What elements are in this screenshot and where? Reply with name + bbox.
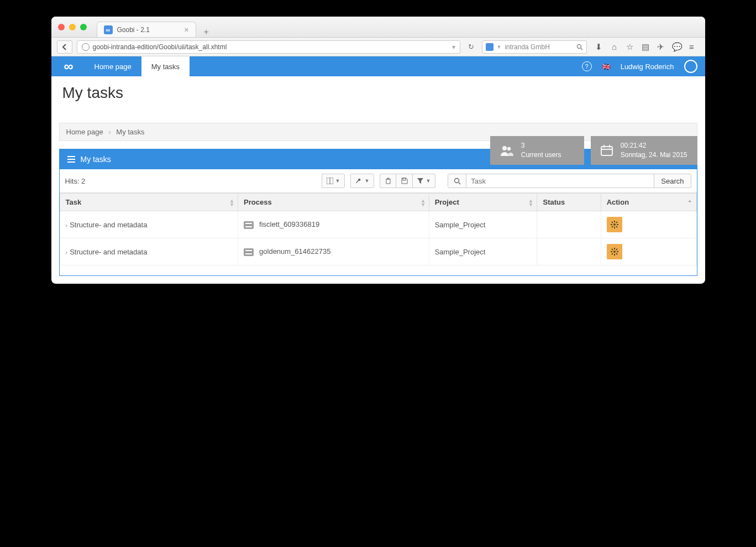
back-button[interactable] xyxy=(57,40,72,54)
action-gear-button[interactable] xyxy=(607,217,622,232)
svg-rect-13 xyxy=(403,178,406,180)
send-icon[interactable]: ✈ xyxy=(657,42,665,52)
download-icon[interactable]: ⬇ xyxy=(595,42,603,52)
save-icon xyxy=(401,178,408,184)
tools-button[interactable]: ▼ xyxy=(350,174,374,188)
new-tab-button[interactable]: + xyxy=(201,27,212,37)
filter-icon xyxy=(417,178,423,184)
help-icon[interactable]: ? xyxy=(582,61,592,71)
columns-button-group: ▼ xyxy=(322,174,345,188)
breadcrumb-current: My tasks xyxy=(116,128,144,136)
nav-mytasks[interactable]: My tasks xyxy=(141,56,190,76)
col-status[interactable]: Status xyxy=(537,194,601,211)
browser-action-icons: ⬇ ⌂ ☆ ▤ ✈ 💬 ≡ xyxy=(591,42,700,52)
chat-icon[interactable]: 💬 xyxy=(672,42,681,52)
user-name[interactable]: Ludwig Roderich xyxy=(621,62,674,71)
cell-process[interactable]: goldenum_614622735 xyxy=(238,238,429,265)
tasks-panel: My tasks Hits: 2 ▼ ▼ xyxy=(59,149,697,276)
page-content: 3 Current users 00:21:42 Sonntag, 24. Ma… xyxy=(51,76,705,276)
tab-title: Goobi - 2.1 xyxy=(117,26,150,34)
minimize-window-button[interactable] xyxy=(69,24,76,30)
url-text: goobi-intranda-edition/Goobi/uii/task_al… xyxy=(93,43,227,51)
search-provider-icon xyxy=(486,43,494,51)
breadcrumb-home[interactable]: Home page xyxy=(66,128,103,136)
search-icon-button[interactable] xyxy=(448,174,466,188)
search-input[interactable] xyxy=(466,174,654,188)
save-button[interactable] xyxy=(396,174,413,188)
table-row: ›Structure- and metadatagoldenum_6146227… xyxy=(60,238,696,265)
trash-icon xyxy=(385,178,391,184)
users-label: Current users xyxy=(521,150,561,160)
panel-title: My tasks xyxy=(81,155,111,164)
action-gear-button[interactable] xyxy=(607,244,622,259)
panel-toolbar: Hits: 2 ▼ ▼ xyxy=(60,169,697,193)
window-titlebar: ∞ Goobi - 2.1 × + xyxy=(51,17,705,38)
tools-button-group: ▼ xyxy=(350,174,374,188)
nav-home[interactable]: Home page xyxy=(85,56,141,76)
menu-icon[interactable]: ≡ xyxy=(687,42,696,52)
cell-process[interactable]: fisclett_609336819 xyxy=(238,211,429,238)
gear-icon xyxy=(611,221,618,228)
columns-button[interactable]: ▼ xyxy=(322,174,345,188)
globe-icon xyxy=(82,43,90,51)
action-button-group: ▼ xyxy=(380,174,435,188)
col-action[interactable]: Action⌃ xyxy=(601,194,696,211)
browser-search-box[interactable]: ▼ intranda GmbH xyxy=(482,40,587,54)
browser-window: ∞ Goobi - 2.1 × + goobi-intranda-edition… xyxy=(51,17,705,284)
chevron-right-icon: › xyxy=(108,128,111,136)
cell-task[interactable]: ›Structure- and metadata xyxy=(60,211,238,238)
col-task[interactable]: Task▴▾ xyxy=(60,194,238,211)
svg-rect-6 xyxy=(603,145,605,148)
date-text: Sonntag, 24. Mai 2015 xyxy=(621,150,687,160)
process-icon xyxy=(244,248,254,256)
cell-action xyxy=(601,211,696,238)
search-icon[interactable] xyxy=(576,44,583,50)
svg-line-33 xyxy=(612,253,613,254)
home-icon[interactable]: ⌂ xyxy=(610,42,619,52)
traffic-lights xyxy=(58,24,87,30)
col-project[interactable]: Project▴▾ xyxy=(429,194,537,211)
svg-rect-7 xyxy=(609,145,610,148)
url-bar[interactable]: goobi-intranda-edition/Goobi/uii/task_al… xyxy=(77,40,460,54)
cell-status xyxy=(537,238,601,265)
wrench-icon xyxy=(355,178,362,184)
browser-tab[interactable]: ∞ Goobi - 2.1 × xyxy=(97,22,196,37)
filter-button[interactable]: ▼ xyxy=(413,174,435,188)
svg-line-21 xyxy=(612,222,613,223)
close-window-button[interactable] xyxy=(58,24,65,30)
bookmark-icon[interactable]: ☆ xyxy=(626,42,634,52)
users-count: 3 xyxy=(521,141,561,150)
browser-tabs: ∞ Goobi - 2.1 × + xyxy=(97,17,212,37)
cell-status xyxy=(537,211,601,238)
time-text: 00:21:42 xyxy=(621,141,687,150)
app-logo[interactable]: ∞ xyxy=(51,56,85,76)
users-icon xyxy=(500,145,513,156)
sort-icon: ▴▾ xyxy=(529,199,532,206)
svg-line-23 xyxy=(616,222,617,223)
dropdown-icon[interactable]: ▾ xyxy=(452,43,455,51)
datetime-card[interactable]: 00:21:42 Sonntag, 24. Mai 2015 xyxy=(591,136,697,165)
intranda-logo-icon xyxy=(684,60,697,73)
svg-line-32 xyxy=(616,249,617,250)
col-process[interactable]: Process▴▾ xyxy=(238,194,429,211)
svg-point-25 xyxy=(613,251,616,253)
search-button[interactable]: Search xyxy=(654,174,691,188)
close-tab-icon[interactable]: × xyxy=(184,25,188,34)
process-icon xyxy=(244,221,254,229)
clipboard-icon[interactable]: ▤ xyxy=(641,42,650,52)
cell-task[interactable]: ›Structure- and metadata xyxy=(60,238,238,265)
svg-point-3 xyxy=(507,147,511,150)
svg-rect-4 xyxy=(601,147,612,155)
maximize-window-button[interactable] xyxy=(80,24,87,30)
users-card[interactable]: 3 Current users xyxy=(490,136,584,165)
page-title: My tasks xyxy=(62,84,694,102)
svg-line-22 xyxy=(616,226,617,227)
svg-line-1 xyxy=(581,48,582,50)
arrow-left-icon xyxy=(61,44,68,50)
delete-button[interactable] xyxy=(380,174,396,188)
columns-icon xyxy=(327,178,333,184)
flag-icon[interactable]: 🇬🇧 xyxy=(602,62,611,71)
reload-button[interactable]: ↻ xyxy=(465,43,477,51)
dropdown-icon[interactable]: ▼ xyxy=(497,44,502,50)
hits-label: Hits: 2 xyxy=(65,177,86,185)
